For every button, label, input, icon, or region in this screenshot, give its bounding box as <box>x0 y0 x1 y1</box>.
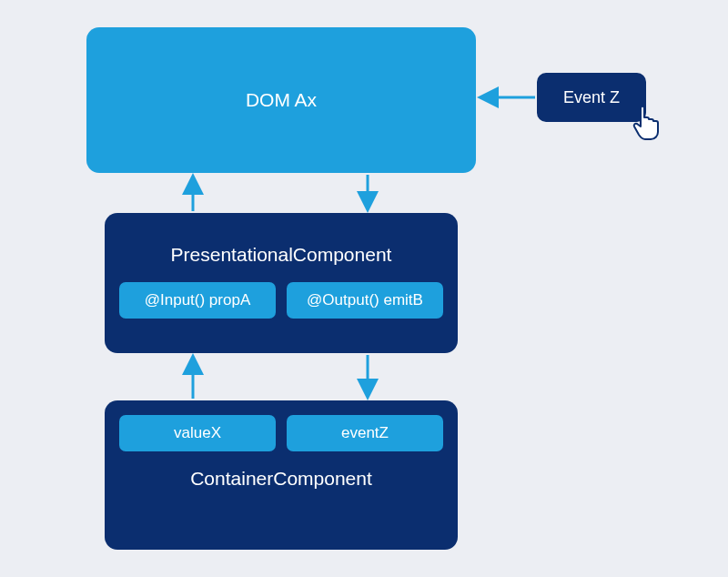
pointer-cursor-icon <box>632 103 664 143</box>
event-pill: eventZ <box>287 415 443 451</box>
presentational-title: PresentationalComponent <box>171 244 392 266</box>
input-pill: @Input() propA <box>119 282 276 319</box>
event-label: Event Z <box>563 88 620 107</box>
presentational-component-box: PresentationalComponent @Input() propA @… <box>105 213 458 353</box>
event-box: Event Z <box>537 73 646 122</box>
container-title: ContainerComponent <box>190 468 372 490</box>
presentational-pill-row: @Input() propA @Output() emitB <box>105 282 458 319</box>
container-pill-row: valueX eventZ <box>105 415 458 451</box>
value-pill: valueX <box>119 415 276 451</box>
output-pill: @Output() emitB <box>287 282 443 319</box>
container-component-box: valueX eventZ ContainerComponent <box>105 400 458 550</box>
dom-box: DOM Ax <box>86 27 476 173</box>
dom-label: DOM Ax <box>246 89 317 111</box>
